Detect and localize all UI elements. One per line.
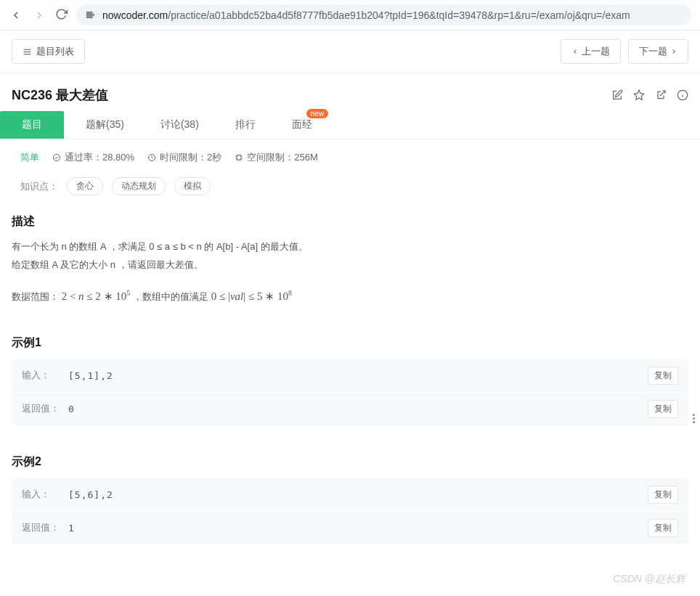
- tab-discuss[interactable]: 讨论(38): [160, 111, 199, 139]
- tag-greedy[interactable]: 贪心: [67, 177, 103, 195]
- prev-label: 上一题: [582, 45, 610, 58]
- ex1-heading: 示例1: [12, 335, 688, 351]
- browser-bar: nowcoder.com/practice/a01abbdc52ba4d5f87…: [0, 0, 700, 30]
- timelimit: 时间限制：2秒: [147, 151, 221, 164]
- passrate: 通过率：28.80%: [52, 151, 134, 164]
- ex2-input-row: 输入： [5,6],2 复制: [12, 478, 688, 511]
- desc-line1: 有一个长为 n 的数组 A ，求满足 0 ≤ a ≤ b < n 的 A[b] …: [12, 238, 688, 255]
- svg-point-7: [54, 155, 60, 161]
- ex1-output-val: 0: [68, 404, 648, 415]
- ex2-box: 输入： [5,6],2 复制 返回值： 1 复制: [12, 478, 688, 544]
- ex2-input-copy-button[interactable]: 复制: [648, 486, 678, 504]
- tag-simulation[interactable]: 模拟: [174, 177, 211, 195]
- ex1-input-copy-button[interactable]: 复制: [648, 367, 678, 385]
- tab-problem[interactable]: 题目: [0, 111, 64, 139]
- new-badge: new: [306, 109, 328, 118]
- problem-title: NC236 最大差值: [12, 86, 108, 104]
- example2: 示例2 输入： [5,6],2 复制 返回值： 1 复制: [0, 447, 700, 552]
- svg-point-4: [92, 14, 94, 16]
- svg-rect-9: [237, 155, 241, 160]
- svg-point-5: [91, 16, 93, 18]
- check-circle-icon: [52, 153, 61, 162]
- svg-rect-0: [87, 12, 90, 12]
- site-settings-icon[interactable]: [85, 9, 97, 21]
- ex1-output-row: 返回值： 0 复制: [12, 392, 688, 425]
- chevron-right-icon: [670, 48, 677, 55]
- desc-heading: 描述: [12, 214, 688, 229]
- edit-icon[interactable]: [611, 89, 623, 101]
- memlimit-text: 空间限制：256M: [247, 151, 318, 164]
- tab-solution[interactable]: 题解(35): [86, 111, 124, 139]
- next-problem-button[interactable]: 下一题: [628, 39, 688, 64]
- ex2-output-label: 返回值：: [22, 521, 68, 534]
- url-text: nowcoder.com/practice/a01abbdc52ba4d5f87…: [102, 9, 630, 21]
- range-prefix: 数据范围：: [12, 291, 59, 302]
- tag-dp[interactable]: 动态规划: [112, 177, 166, 195]
- info-icon[interactable]: [677, 89, 688, 101]
- problem-nav: 上一题 下一题: [561, 39, 688, 64]
- content: NC236 最大差值 题目 题解(35) 讨论(38) 排行 面经 new 简单…: [0, 73, 700, 552]
- tab-rank[interactable]: 排行: [235, 111, 256, 139]
- memlimit: 空间限制：256M: [235, 151, 318, 164]
- passrate-text: 通过率：28.80%: [65, 151, 134, 164]
- clock-icon: [147, 153, 156, 162]
- desc-line2: 给定数组 A 及它的大小 n ，请返回最大差值。: [12, 256, 688, 273]
- math-n-range: 2 < n ≤ 2 ∗ 105: [62, 290, 133, 302]
- ex1-input-val: [5,1],2: [68, 370, 648, 381]
- star-icon[interactable]: [633, 89, 645, 101]
- ex2-input-label: 输入：: [22, 488, 68, 501]
- list-icon: [23, 47, 32, 57]
- example1: 示例1 输入： [5,1],2 复制 返回值： 0 复制: [0, 328, 700, 433]
- meta-row: 简单 通过率：28.80% 时间限制：2秒 空间限制：256M: [0, 139, 700, 171]
- description-section: 描述 有一个长为 n 的数组 A ，求满足 0 ≤ a ≤ b < n 的 A[…: [0, 207, 700, 314]
- ex2-output-copy-button[interactable]: 复制: [648, 519, 678, 537]
- title-row: NC236 最大差值: [0, 73, 700, 111]
- tab-interview[interactable]: 面经 new: [292, 111, 312, 139]
- tab-interview-label: 面经: [292, 118, 312, 130]
- svg-rect-2: [87, 17, 90, 17]
- url-bar[interactable]: nowcoder.com/practice/a01abbdc52ba4d5f87…: [76, 4, 691, 25]
- chevron-left-icon: [571, 48, 579, 55]
- ex1-input-row: 输入： [5,1],2 复制: [12, 359, 688, 392]
- nav-back-icon[interactable]: [9, 8, 23, 23]
- title-actions: [611, 89, 688, 101]
- range-mid: ，数组中的值满足: [133, 291, 208, 302]
- ex2-output-row: 返回值： 1 复制: [12, 511, 688, 544]
- math-val-range: 0 ≤ |val| ≤ 5 ∗ 108: [211, 290, 292, 302]
- problem-list-label: 题目列表: [36, 45, 74, 58]
- tabs: 题目 题解(35) 讨论(38) 排行 面经 new: [0, 111, 700, 139]
- data-range: 数据范围： 2 < n ≤ 2 ∗ 105 ，数组中的值满足 0 ≤ |val|…: [12, 287, 688, 306]
- tags-label: 知识点：: [20, 180, 58, 193]
- reload-icon[interactable]: [55, 8, 68, 23]
- timelimit-text: 时间限制：2秒: [160, 151, 221, 164]
- tags-row: 知识点： 贪心 动态规划 模拟: [0, 171, 700, 207]
- ex1-input-label: 输入：: [22, 369, 68, 382]
- ex1-output-copy-button[interactable]: 复制: [648, 400, 678, 418]
- share-icon[interactable]: [655, 89, 667, 101]
- problem-list-button[interactable]: 题目列表: [12, 39, 85, 64]
- svg-rect-1: [87, 14, 91, 15]
- memory-icon: [235, 153, 243, 162]
- overflow-dots-icon[interactable]: [690, 414, 697, 423]
- desc-text: 有一个长为 n 的数组 A ，求满足 0 ≤ a ≤ b < n 的 A[b] …: [12, 238, 688, 306]
- nav-forward-icon[interactable]: [32, 8, 46, 23]
- svg-point-3: [91, 12, 93, 14]
- page-top-bar: 题目列表 上一题 下一题: [0, 30, 700, 73]
- ex1-output-label: 返回值：: [22, 402, 68, 415]
- next-label: 下一题: [639, 45, 667, 58]
- ex2-heading: 示例2: [12, 454, 688, 470]
- prev-problem-button[interactable]: 上一题: [561, 39, 621, 64]
- ex2-input-val: [5,6],2: [68, 489, 648, 500]
- difficulty: 简单: [20, 151, 39, 164]
- ex1-box: 输入： [5,1],2 复制 返回值： 0 复制: [12, 359, 688, 425]
- ex2-output-val: 1: [68, 523, 648, 534]
